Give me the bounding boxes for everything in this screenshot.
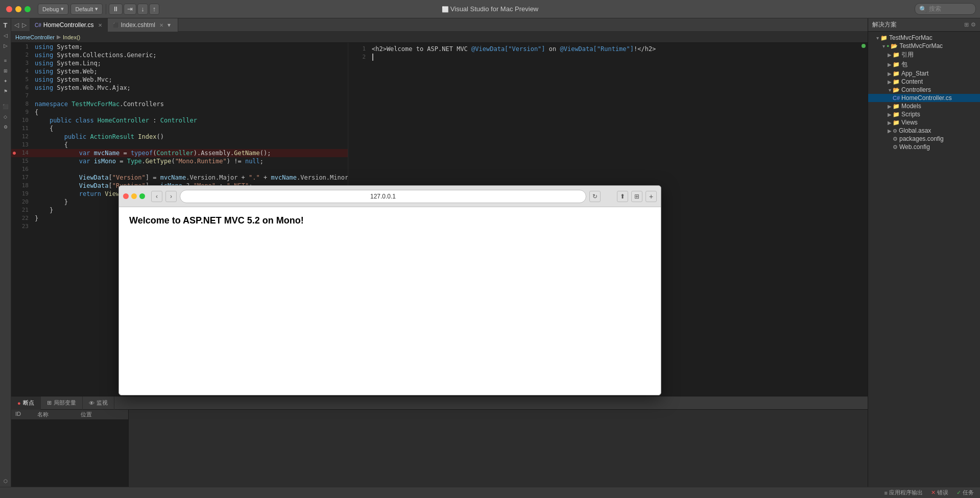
minimize-button[interactable] xyxy=(15,6,21,12)
bp-12 xyxy=(11,133,17,141)
sidebar-icon-1[interactable]: ≡ xyxy=(1,56,10,65)
sidebar-icon-bottom1[interactable]: ⬡ xyxy=(1,477,10,486)
code-line-7: 7 xyxy=(11,92,348,100)
tab-homecontroller-close[interactable]: ✕ xyxy=(98,22,102,28)
browser-address-bar[interactable]: 127.0.0.1 xyxy=(180,190,586,203)
bp-11 xyxy=(11,124,17,133)
sidebar-icon-2[interactable]: ⊞ xyxy=(1,66,10,76)
scripts-arrow: ▶ xyxy=(887,112,893,117)
code-line-3: 3 using System.Linq; xyxy=(11,59,348,67)
nav-fwd-arrow[interactable]: ▷ xyxy=(21,21,28,29)
views-arrow: ▶ xyxy=(887,120,893,126)
maximize-button[interactable] xyxy=(25,6,31,12)
tree-solution[interactable]: ▾ 📁 TestMvcForMac xyxy=(868,34,980,42)
step-into-button[interactable]: ↓ xyxy=(137,4,148,15)
code-line-11: 11 { xyxy=(11,124,348,133)
sidebar-icon-nav-fwd[interactable]: ▷ xyxy=(1,41,10,50)
rbp-2 xyxy=(348,53,354,61)
sidebar-icon-3[interactable]: ✦ xyxy=(1,77,10,86)
tab-homecontroller[interactable]: C# HomeController.cs ✕ xyxy=(30,18,108,32)
tree-globalasax[interactable]: ▶ ⚙ Global.asax xyxy=(868,127,980,135)
bp-19 xyxy=(11,190,17,198)
browser-maximize-btn[interactable] xyxy=(139,193,145,199)
nav-back-arrow[interactable]: ◁ xyxy=(13,21,20,29)
task-icon: ✓ xyxy=(957,489,961,496)
tree-controllers[interactable]: ▾ 📂 Controllers xyxy=(868,86,980,94)
breadcrumb: HomeController ▶ Index() xyxy=(11,32,868,43)
packages-arrow: ▶ xyxy=(887,62,893,67)
status-output[interactable]: ≡ 应用程序输出 xyxy=(885,489,923,496)
tab-watch[interactable]: 👁 监视 xyxy=(83,396,114,410)
sidebar-icon-7[interactable]: ⚙ xyxy=(1,122,10,132)
browser-heading: Welcome to ASP.NET MVC 5.2 on Mono! xyxy=(129,215,651,226)
bp-6 xyxy=(11,84,17,92)
browser-close-btn[interactable] xyxy=(123,193,129,199)
solution-expand-icon[interactable]: ⊞ xyxy=(964,21,969,28)
project-folder-icon: 📂 xyxy=(891,43,898,49)
step-over-button[interactable]: ⇥ xyxy=(124,4,136,15)
search-box[interactable]: 🔍 搜索 xyxy=(915,3,976,15)
tab-breakpoints[interactable]: ● 断点 xyxy=(11,396,41,410)
tab-nav-arrows: ◁ ▷ xyxy=(11,18,30,31)
browser-zoom-btn[interactable]: ⊞ xyxy=(631,191,642,202)
browser-back-btn[interactable]: ‹ xyxy=(151,191,162,202)
browser-forward-btn[interactable]: › xyxy=(165,191,177,202)
tree-webconfig[interactable]: ⚙ Web.config xyxy=(868,143,980,151)
project-label: TestMvcForMac xyxy=(899,42,943,49)
bc-method[interactable]: Index() xyxy=(63,34,80,40)
error-icon: ✕ xyxy=(931,489,936,496)
content-folder-icon: 📁 xyxy=(893,79,900,85)
tab-index-close[interactable]: ✕ xyxy=(159,22,163,28)
models-arrow: ▶ xyxy=(887,104,893,109)
code-line-12: 12 public ActionResult Index() xyxy=(11,133,348,141)
views-folder-icon: 📁 xyxy=(893,119,900,126)
scheme-dropdown[interactable]: Default ▾ xyxy=(70,4,103,15)
sidebar-icon-5[interactable]: ⬛ xyxy=(1,102,10,111)
tree-views[interactable]: ▶ 📁 Views xyxy=(868,118,980,127)
tree-project[interactable]: ▾ ● 📂 TestMvcForMac xyxy=(868,42,980,50)
browser-refresh-btn[interactable]: ↻ xyxy=(589,191,601,202)
breakpoints-dot-icon: ● xyxy=(17,400,21,406)
solution-panel: 解决方案 ⊞ ⚙ ▾ 📁 TestMvcForMac xyxy=(868,18,980,498)
bc-class[interactable]: HomeController xyxy=(15,34,55,40)
step-out-button[interactable]: ↑ xyxy=(149,4,160,15)
bp-9 xyxy=(11,108,17,116)
tree-packagesconfig[interactable]: ⚙ packages.config xyxy=(868,135,980,143)
tree-scripts[interactable]: ▶ 📁 Scripts xyxy=(868,110,980,118)
sidebar-icon-t[interactable]: T xyxy=(1,20,10,30)
appstart-folder-icon: 📁 xyxy=(893,70,900,77)
output-icon: ≡ xyxy=(885,490,888,496)
tree-appstart[interactable]: ▶ 📁 App_Start xyxy=(868,69,980,78)
tab-locals[interactable]: ⊞ 局部变量 xyxy=(41,396,83,410)
tree-content[interactable]: ▶ 📁 Content xyxy=(868,78,980,86)
status-errors[interactable]: ✕ 错误 xyxy=(931,489,948,496)
bp-13 xyxy=(11,141,17,149)
bp-8 xyxy=(11,100,17,108)
code-line-8: 8 namespace TestMvcForMac.Controllers xyxy=(11,100,348,108)
close-button[interactable] xyxy=(6,6,12,12)
browser-share-btn[interactable]: ⬆ xyxy=(617,191,628,202)
bp-17 xyxy=(11,173,17,182)
tree-refs[interactable]: ▶ 📁 引用 xyxy=(868,50,980,60)
tab-index-cshtml[interactable]: ⬛ Index.cshtml ✕ ▾ xyxy=(108,18,178,32)
models-folder-icon: 📁 xyxy=(893,103,900,110)
tree-packages[interactable]: ▶ 📁 包 xyxy=(868,60,980,69)
bp-20 xyxy=(11,198,17,206)
tree-models[interactable]: ▶ 📁 Models xyxy=(868,102,980,110)
status-tasks[interactable]: ✓ 任务 xyxy=(957,489,974,496)
browser-minimize-btn[interactable] xyxy=(131,193,137,199)
sidebar-icon-6[interactable]: ◇ xyxy=(1,112,10,121)
sidebar-icon-nav-back[interactable]: ◁ xyxy=(1,31,10,40)
browser-new-tab-btn[interactable]: + xyxy=(646,191,657,202)
sidebar-icon-4[interactable]: ⚑ xyxy=(1,87,10,96)
tab-dropdown-icon[interactable]: ▾ xyxy=(165,21,173,29)
pause-button[interactable]: ⏸ xyxy=(109,4,123,15)
solution-header: 解决方案 ⊞ ⚙ xyxy=(868,18,980,32)
bp-14: ● xyxy=(11,149,17,157)
solution-settings-icon[interactable]: ⚙ xyxy=(971,21,976,28)
tree-homecontroller[interactable]: C# HomeController.cs xyxy=(868,94,980,102)
bp-1 xyxy=(11,43,17,51)
col-location: 位置 xyxy=(81,411,124,418)
status-bar: ≡ 应用程序输出 ✕ 错误 ✓ 任务 xyxy=(0,487,980,498)
debug-dropdown[interactable]: Debug ▾ xyxy=(38,4,68,15)
